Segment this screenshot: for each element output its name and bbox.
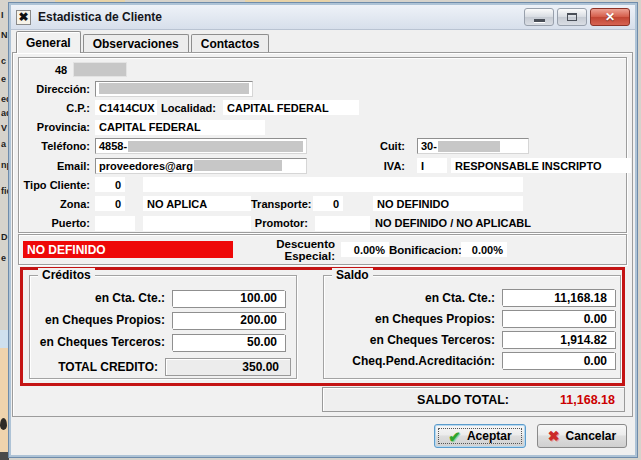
credits-saldo-panel: Créditos en Cta. Cte.: 100.00 en Cheques… — [20, 267, 625, 386]
puerto-field[interactable] — [95, 216, 135, 231]
credit-row-label: en Cheques Terceros: — [30, 335, 172, 349]
tipo-cliente-field[interactable]: 0 — [95, 177, 125, 192]
total-credito-value: 350.00 — [165, 358, 291, 376]
saldo-cheques-propios-field[interactable]: 0.00 — [502, 310, 615, 327]
promotor-label: Promotor: — [253, 217, 313, 229]
tab-general[interactable]: General — [16, 31, 81, 53]
tipo-cliente-desc-field[interactable] — [143, 177, 523, 192]
credit-cheques-propios-field[interactable]: 200.00 — [172, 312, 285, 329]
credit-row: en Cheques Propios: 200.00 — [30, 309, 296, 331]
localidad-label: Localidad: — [157, 102, 221, 114]
check-icon: ✔ — [448, 429, 461, 444]
bonificacion-label: Bonificacion: — [389, 244, 457, 256]
bg-patch — [0, 348, 9, 452]
window-title: Estadistica de Cliente — [38, 10, 162, 24]
cp-field[interactable]: C1414CUX — [95, 100, 157, 115]
maximize-icon — [567, 13, 577, 21]
bonificacion-field[interactable]: 0.00% — [461, 242, 507, 257]
bg-text-fragment: e — [1, 253, 6, 263]
minimize-icon — [534, 19, 545, 22]
app-icon: ✖ — [16, 10, 31, 25]
saldo-row: Cheq.Pend.Acreditación: 0.00 — [324, 350, 620, 371]
zona-field[interactable]: 0 — [95, 196, 125, 211]
saldo-row: en Cheques Propios: 0.00 — [324, 308, 620, 329]
screen: I N c e ed ad V a np fid D e ✖ Estadisti… — [0, 0, 641, 460]
credit-cta-cte-field[interactable]: 100.00 — [172, 290, 285, 307]
creditos-group: Créditos en Cta. Cte.: 100.00 en Cheques… — [29, 275, 297, 379]
promotor-field[interactable] — [315, 216, 370, 231]
close-icon: ✕ — [605, 10, 615, 24]
saldo-row-label: en Cta. Cte.: — [324, 291, 502, 305]
minimize-button[interactable] — [524, 8, 554, 26]
bg-text-fragment: D — [1, 232, 8, 242]
transporte-field[interactable]: 0 — [313, 196, 343, 211]
saldo-cheq-pend-field[interactable]: 0.00 — [502, 352, 615, 369]
zona-desc-field[interactable]: NO APLICA — [143, 196, 251, 211]
credit-row: en Cheques Terceros: 50.00 — [30, 331, 296, 353]
credit-row: en Cta. Cte.: 100.00 — [30, 287, 296, 309]
saldo-row-label: en Cheques Terceros: — [324, 333, 502, 347]
saldo-total-panel: SALDO TOTAL: 11,168.18 — [322, 387, 625, 412]
saldo-cheques-terceros-field[interactable]: 1,914.82 — [502, 331, 615, 348]
aceptar-label: Aceptar — [467, 429, 512, 443]
telefono-label: Teléfono: — [21, 140, 95, 152]
puerto-label: Puerto: — [21, 217, 95, 229]
bg-patch — [0, 330, 9, 348]
localidad-field[interactable]: CAPITAL FEDERAL — [223, 100, 359, 115]
tab-page-general: 48 Dirección: C.P.: C1414CUX Localidad: … — [12, 52, 633, 417]
puerto-desc-field[interactable] — [143, 216, 251, 231]
redaction — [99, 83, 249, 94]
tab-observaciones[interactable]: Observaciones — [83, 34, 189, 53]
cancelar-label: Cancelar — [566, 429, 617, 443]
client-code: 48 — [55, 64, 67, 76]
telefono-field[interactable]: 4858- — [95, 138, 307, 154]
status-group: NO DEFINIDO Descuento Especial: 0.00% Bo… — [18, 234, 627, 265]
iva-code-field[interactable]: I — [417, 158, 447, 173]
bg-patch — [0, 452, 9, 460]
saldo-total-label: SALDO TOTAL: — [417, 393, 509, 407]
bg-text-fragment: e — [1, 74, 6, 84]
cuit-field[interactable]: 30- — [417, 138, 529, 154]
bg-text-fragment: V — [1, 123, 7, 133]
maximize-button[interactable] — [557, 8, 587, 26]
email-field[interactable]: proveedores@arg — [95, 158, 307, 174]
transporte-desc-field[interactable]: NO DEFINIDO — [373, 196, 523, 211]
provincia-field[interactable]: CAPITAL FEDERAL — [95, 120, 265, 135]
titlebar[interactable]: ✖ Estadistica de Cliente ✕ — [11, 5, 635, 30]
tab-strip: General Observaciones Contactos — [16, 31, 271, 53]
credit-cheques-terceros-field[interactable]: 50.00 — [172, 334, 285, 351]
client-info-group: 48 Dirección: C.P.: C1414CUX Localidad: … — [18, 57, 627, 233]
redaction — [194, 160, 282, 171]
tab-contactos[interactable]: Contactos — [191, 34, 270, 53]
redaction — [438, 141, 500, 152]
saldo-row-label: en Cheques Propios: — [324, 312, 502, 326]
direccion-field[interactable] — [95, 81, 253, 97]
direccion-label: Dirección: — [21, 83, 95, 95]
tipo-cliente-label: Tipo Cliente: — [21, 179, 95, 191]
saldo-row: en Cheques Terceros: 1,914.82 — [324, 329, 620, 350]
cuit-label: Cuit: — [307, 140, 411, 152]
cancelar-button[interactable]: ✖ Cancelar — [537, 424, 627, 448]
descuento-label: Descuento Especial: — [233, 238, 339, 262]
credit-row-label: en Cta. Cte.: — [30, 291, 172, 305]
saldo-total-value: 11,168.18 — [543, 393, 615, 407]
zona-label: Zona: — [21, 198, 95, 210]
saldo-legend: Saldo — [332, 268, 373, 282]
bg-text-fragment: c — [1, 56, 6, 66]
close-button[interactable]: ✕ — [590, 8, 630, 26]
client-name-field-redacted[interactable] — [73, 62, 127, 77]
provincia-label: Provincia: — [21, 121, 95, 133]
credit-row-label: en Cheques Propios: — [30, 313, 172, 327]
iva-desc-field[interactable]: RESPONSABLE INSCRIPTO — [451, 158, 631, 173]
saldo-row: en Cta. Cte.: 11,168.18 — [324, 287, 620, 308]
saldo-cta-cte-field[interactable]: 11,168.18 — [502, 289, 615, 306]
aceptar-button[interactable]: ✔ Aceptar — [434, 424, 526, 448]
iva-label: IVA: — [307, 160, 411, 172]
transporte-label: Transporte: — [251, 198, 311, 210]
descuento-field[interactable]: 0.00% — [341, 242, 389, 257]
total-credito-row: TOTAL CREDITO: 350.00 — [30, 356, 296, 378]
bg-patch — [0, 418, 7, 430]
promotor-desc: NO DEFINIDO / NO APLICABL — [375, 217, 531, 229]
cp-label: C.P.: — [21, 102, 95, 114]
saldo-row-label: Cheq.Pend.Acreditación: — [324, 354, 502, 368]
